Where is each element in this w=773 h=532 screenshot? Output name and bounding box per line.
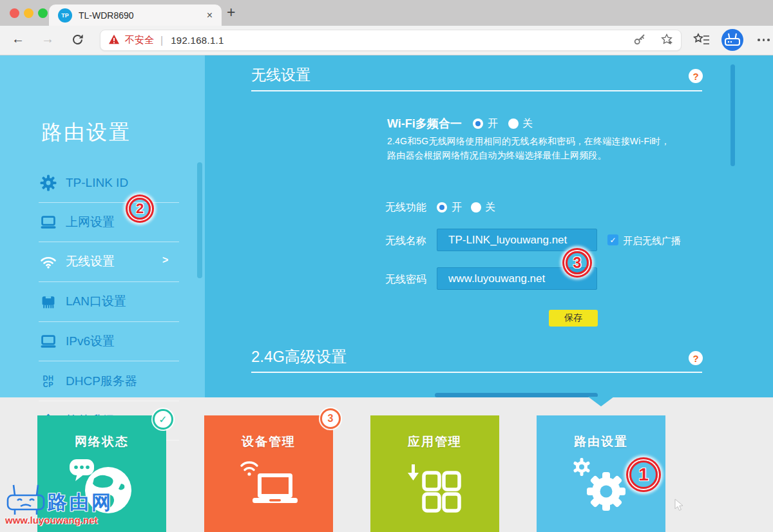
- active-tab-pointer: [588, 397, 614, 406]
- page-title: 无线设置: [251, 65, 310, 85]
- divider: [39, 281, 179, 282]
- minimize-window-light[interactable]: [24, 8, 33, 18]
- close-window-light[interactable]: [10, 8, 19, 18]
- watermark-site-name: 路由网: [48, 489, 113, 516]
- divider: [39, 361, 179, 361]
- nav-card-app-management[interactable]: 应用管理: [370, 415, 499, 532]
- watermark-router-icon: [5, 483, 46, 519]
- profile-avatar-router-icon[interactable]: [721, 29, 743, 51]
- description-line2: 路由器会根据网络情况自动为终端选择最佳上网频段。: [387, 150, 607, 162]
- security-warning-label: 不安全: [125, 34, 154, 46]
- chevron-right-icon: >: [162, 254, 168, 266]
- card-title: 应用管理: [370, 433, 499, 450]
- sidebar-item-ipv6[interactable]: IPv6设置: [40, 330, 188, 353]
- laptop-icon: [40, 215, 57, 229]
- sidebar-item-label: DHCP服务器: [66, 373, 137, 390]
- divider: [251, 90, 702, 91]
- help-icon[interactable]: ?: [689, 351, 703, 365]
- wifi-merge-off-label: 关: [522, 117, 533, 131]
- tab-title: TL-WDR8690: [79, 10, 204, 21]
- password-label: 无线密码: [385, 273, 426, 287]
- ssid-label: 无线名称: [385, 234, 426, 248]
- divider: [251, 372, 702, 373]
- wireless-function-off-radio[interactable]: [471, 202, 481, 213]
- wifi-merge-on-label: 开: [488, 117, 498, 131]
- browser-menu-icon[interactable]: [758, 39, 770, 41]
- divider: [39, 321, 179, 322]
- sidebar-scrollbar[interactable]: [197, 162, 202, 278]
- wifi-icon: [40, 254, 57, 269]
- url-text[interactable]: 192.168.1.1: [171, 35, 224, 46]
- tp-link-favicon: TP: [58, 8, 72, 23]
- sidebar-item-dhcp[interactable]: DHCP DHCP服务器: [40, 370, 188, 393]
- wifi-band-merge-label: Wi-Fi多频合一: [387, 116, 462, 131]
- ssid-input[interactable]: [437, 229, 597, 251]
- wifi-laptop-icon: [236, 455, 301, 515]
- lan-port-icon: [40, 294, 57, 309]
- content-scrollbar[interactable]: [730, 64, 735, 166]
- tab-strip: TP TL-WDR8690 × +: [0, 0, 773, 26]
- url-separator: |: [160, 35, 163, 46]
- broadcast-checkbox[interactable]: ✓: [607, 234, 618, 245]
- advanced-section-title: 2.4G高级设置: [251, 347, 347, 367]
- address-bar[interactable]: 不安全 | 192.168.1.1: [100, 30, 682, 51]
- browser-toolbar: ← → 不安全 | 192.168.1.1: [0, 26, 773, 55]
- sidebar-item-label: 上网设置: [66, 214, 115, 231]
- password-key-icon[interactable]: [633, 33, 646, 48]
- security-warning-icon: [108, 34, 120, 47]
- mouse-cursor: [674, 499, 684, 514]
- wireless-function-on-radio[interactable]: [437, 202, 447, 213]
- help-icon[interactable]: ?: [689, 69, 703, 83]
- divider: [39, 202, 179, 203]
- sidebar-item-internet[interactable]: 上网设置: [40, 211, 188, 234]
- divider: [39, 242, 179, 242]
- apps-grid-icon: [404, 455, 466, 517]
- dhcp-icon: DHCP: [40, 375, 57, 388]
- broadcast-label: 开启无线广播: [623, 235, 681, 247]
- forward-icon: →: [41, 32, 54, 46]
- sidebar-item-label: LAN口设置: [66, 293, 126, 310]
- favorites-list-icon[interactable]: [693, 33, 710, 50]
- gear-icon: [40, 175, 57, 191]
- annotation-step-3: 3: [566, 251, 589, 274]
- sidebar-item-label: 无线设置: [66, 253, 115, 270]
- browser-window: TP TL-WDR8690 × + ← → 不安全 | 192.168.1.1: [0, 0, 773, 532]
- nav-card-device-management[interactable]: 设备管理: [204, 415, 333, 532]
- card-title: 网络状态: [37, 433, 166, 450]
- wireless-function-off-label: 关: [485, 201, 495, 214]
- wireless-function-label: 无线功能: [385, 201, 426, 214]
- reload-icon[interactable]: [71, 33, 84, 49]
- watermark-site-url: www.luyouwang.net: [5, 515, 98, 526]
- status-check-badge: ✓: [153, 409, 173, 430]
- annotation-step-2: 2: [129, 198, 151, 220]
- sidebar-title: 路由设置: [41, 119, 131, 147]
- add-bookmark-star-icon[interactable]: [660, 33, 673, 48]
- notification-count-badge: 3: [320, 408, 341, 429]
- sidebar-item-tplink-id[interactable]: TP-LINK ID: [40, 171, 188, 195]
- sidebar-item-label: TP-LINK ID: [66, 176, 128, 190]
- gears-icon: [569, 455, 633, 519]
- sidebar-item-label: IPv6设置: [66, 333, 115, 350]
- wifi-merge-on-radio[interactable]: [473, 119, 483, 129]
- description-line1: 2.4G和5G无线网络使用相同的无线名称和密码，在终端连接Wi-Fi时，: [387, 136, 670, 147]
- wifi-merge-off-radio[interactable]: [508, 119, 519, 129]
- active-tab-indicator: [435, 393, 598, 397]
- zoom-window-light[interactable]: [38, 8, 48, 18]
- sidebar-item-lan[interactable]: LAN口设置: [40, 290, 188, 313]
- back-icon[interactable]: ←: [12, 32, 24, 46]
- divider: [39, 401, 179, 401]
- tab-close-icon[interactable]: ×: [204, 10, 215, 21]
- save-button[interactable]: 保存: [549, 310, 598, 327]
- browser-tab[interactable]: TP TL-WDR8690 ×: [49, 5, 222, 26]
- laptop-icon: [40, 334, 57, 348]
- settings-sidebar: 路由设置 TP-LINK ID 上网设置 无线设置 > LAN口设置 IPv6设…: [0, 55, 205, 397]
- card-title: 设备管理: [204, 433, 333, 450]
- wireless-function-on-label: 开: [452, 201, 462, 214]
- card-title: 路由设置: [537, 433, 665, 450]
- new-tab-button[interactable]: +: [227, 4, 235, 21]
- annotation-step-1: 1: [629, 461, 658, 489]
